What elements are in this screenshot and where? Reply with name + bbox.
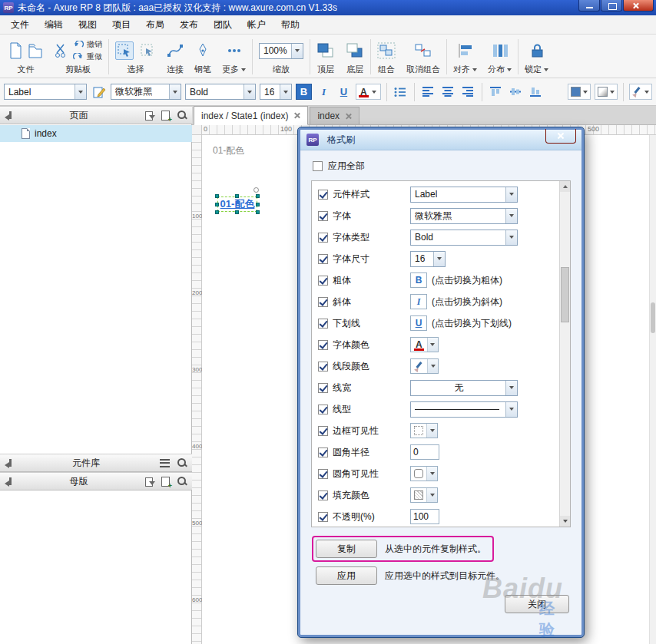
close-dialog-button[interactable]: 关闭 — [505, 595, 569, 613]
resize-handle[interactable] — [215, 194, 219, 198]
search-icon[interactable] — [177, 457, 187, 468]
checkbox-checked[interactable] — [318, 297, 328, 307]
menu-project[interactable]: 项目 — [104, 17, 138, 33]
selected-widget[interactable]: 01-配色 — [217, 197, 257, 212]
undo-button[interactable]: 撤销 — [73, 39, 102, 50]
align-bottom-icon[interactable] — [528, 84, 544, 100]
panel-pin-icon[interactable] — [5, 477, 12, 485]
menu-edit[interactable]: 编辑 — [37, 17, 71, 33]
checkbox-checked[interactable] — [318, 340, 328, 350]
apply-button[interactable]: 应用 — [316, 566, 377, 585]
resize-handle[interactable] — [256, 203, 260, 206]
align-icon[interactable] — [457, 42, 474, 59]
add-master-icon[interactable] — [161, 477, 170, 487]
redo-button[interactable]: 重做 — [73, 51, 102, 62]
align-right-icon[interactable] — [460, 84, 476, 100]
send-to-back-icon[interactable] — [346, 42, 364, 59]
resize-handle[interactable] — [215, 203, 219, 206]
dialog-close-button[interactable] — [545, 129, 576, 144]
underline-button[interactable]: U — [336, 84, 352, 100]
checkbox-checked[interactable] — [318, 383, 328, 393]
checkbox-checked[interactable] — [318, 254, 328, 264]
menu-account[interactable]: 帐户 — [240, 17, 273, 33]
maximize-button[interactable] — [601, 0, 622, 12]
add-child-page-icon[interactable] — [145, 111, 154, 120]
tree-item-index[interactable]: index — [0, 125, 192, 142]
search-icon[interactable] — [177, 110, 187, 121]
shadow-button[interactable] — [595, 84, 618, 100]
border-visibility-picker[interactable] — [410, 423, 438, 438]
close-window-button[interactable] — [623, 0, 654, 12]
select-contain-icon[interactable] — [139, 42, 156, 59]
checkbox-checked[interactable] — [318, 233, 328, 243]
corner-visibility-picker[interactable] — [410, 466, 438, 481]
panel-pin-icon[interactable] — [5, 459, 12, 467]
resize-handle[interactable] — [235, 194, 239, 198]
bullet-list-icon[interactable] — [393, 84, 409, 100]
scrollbar-thumb[interactable] — [561, 267, 569, 322]
corner-radius-input[interactable] — [410, 444, 439, 460]
line-color-picker[interactable] — [410, 358, 439, 374]
align-middle-icon[interactable] — [508, 84, 524, 100]
resize-handle[interactable] — [256, 210, 260, 214]
menu-help[interactable]: 帮助 — [273, 17, 307, 33]
font-type-select[interactable]: Bold — [410, 230, 518, 246]
dialog-title-bar[interactable]: RP 格式刷 — [300, 130, 581, 150]
fill-color-button[interactable] — [568, 84, 591, 100]
connector-icon[interactable] — [167, 42, 184, 59]
line-style-select[interactable] — [410, 401, 518, 418]
resize-handle[interactable] — [235, 210, 239, 214]
distribute-icon[interactable] — [492, 42, 509, 59]
canvas-vertical-scrollbar[interactable] — [649, 135, 656, 644]
opacity-input[interactable] — [410, 509, 439, 524]
new-file-icon[interactable] — [8, 42, 22, 59]
copy-button[interactable]: 复制 — [316, 540, 377, 558]
widget-style-select[interactable]: Label — [410, 187, 518, 203]
zoom-select[interactable]: 100% — [259, 43, 303, 59]
group-icon[interactable] — [377, 42, 396, 59]
underline-toggle-button[interactable]: U — [410, 315, 427, 331]
apply-all-checkbox[interactable] — [313, 161, 323, 171]
font-family-select[interactable]: 微软雅黑 — [111, 84, 181, 100]
italic-button[interactable]: I — [316, 84, 332, 100]
checkbox-checked[interactable] — [318, 490, 328, 500]
menu-bars-icon[interactable] — [160, 459, 170, 467]
bold-toggle-button[interactable]: B — [410, 272, 427, 288]
fill-color-picker[interactable] — [410, 487, 438, 503]
distribute-label[interactable]: 分布 — [488, 64, 512, 75]
font-weight-select[interactable]: Bold — [185, 84, 256, 100]
panel-scrollbar[interactable] — [559, 181, 570, 527]
font-color-picker[interactable]: A — [410, 337, 439, 352]
menu-view[interactable]: 视图 — [71, 17, 104, 33]
search-icon[interactable] — [177, 476, 187, 487]
add-page-icon[interactable] — [161, 111, 170, 121]
pen-tool-icon[interactable] — [195, 42, 210, 59]
scrollbar-thumb[interactable] — [651, 302, 655, 333]
italic-toggle-button[interactable]: I — [410, 294, 427, 309]
rotation-handle[interactable] — [253, 187, 259, 193]
bold-button[interactable]: B — [296, 84, 312, 100]
align-center-icon[interactable] — [440, 84, 456, 100]
checkbox-checked[interactable] — [318, 362, 328, 372]
minimize-button[interactable] — [578, 0, 600, 12]
checkbox-checked[interactable] — [318, 190, 328, 200]
panel-pin-icon[interactable] — [5, 111, 12, 119]
font-color-button[interactable]: A — [356, 84, 381, 100]
align-top-icon[interactable] — [488, 84, 504, 100]
edit-style-icon[interactable] — [91, 84, 107, 100]
tab-index[interactable]: index — [310, 107, 359, 124]
font-size-select[interactable]: 16 — [260, 84, 292, 100]
ungroup-icon[interactable] — [414, 42, 432, 59]
border-color-button[interactable] — [629, 84, 652, 100]
close-tab-icon[interactable] — [345, 113, 352, 120]
resize-handle[interactable] — [215, 210, 219, 214]
tab-index-state1[interactable]: index / State1 (index) — [194, 106, 308, 125]
menu-team[interactable]: 团队 — [206, 17, 240, 33]
menu-file[interactable]: 文件 — [3, 17, 37, 33]
align-left-icon[interactable] — [420, 84, 436, 100]
cut-icon[interactable] — [54, 43, 68, 58]
close-tab-icon[interactable] — [293, 112, 300, 119]
align-label[interactable]: 对齐 — [453, 64, 477, 75]
lock-icon[interactable] — [529, 42, 545, 59]
select-intersect-icon[interactable] — [115, 41, 134, 60]
